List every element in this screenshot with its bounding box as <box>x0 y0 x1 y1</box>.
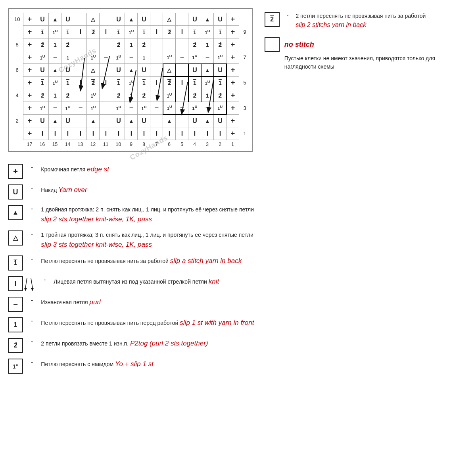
grid-cell: 1 <box>125 89 138 102</box>
grid-cell: △ <box>163 64 176 77</box>
p2tog-ru: 2 петли провязать вместе 1 изн.п. <box>41 340 130 347</box>
row-num-right <box>242 63 248 76</box>
grid-cell: I <box>100 26 112 38</box>
edge-ru: Кромочная петля <box>41 166 87 173</box>
legend-row-slip2k: ▲ - 1 двойная протяжка: 2 п. снять как л… <box>8 205 468 225</box>
yarno-en: Yarn over <box>58 186 87 194</box>
slip2k-dash: - <box>31 205 33 212</box>
p2tog-dash: - <box>31 338 33 345</box>
row-num-right <box>242 89 248 102</box>
grid-cell: 1 <box>49 38 61 51</box>
grid-cell <box>150 89 163 102</box>
grid-cell: 2̂ <box>214 89 226 102</box>
grid-cell: − <box>74 102 87 115</box>
grid-cell <box>150 13 163 26</box>
grid-cell: + <box>23 64 36 77</box>
grid-cell: I <box>74 127 87 140</box>
grid-row-7: + 1U − 1 1U − 1U − 1 1U − <box>23 51 239 64</box>
p2tog-text: 2 петли провязать вместе 1 изн.п. P2tog … <box>41 338 208 349</box>
grid-cell: + <box>226 115 239 127</box>
grid-cell: 2̂ <box>188 89 201 102</box>
col-num: 11 <box>99 142 112 147</box>
grid-cell: 1 <box>138 26 150 38</box>
slip2-en: slip 2 stitchs yarn in back <box>296 20 426 30</box>
slip3k-ru: 1 тройная протяжка; 3 п. снять как лиц.,… <box>41 232 253 238</box>
grid-cell: U <box>214 115 226 127</box>
grid-cell: + <box>226 38 239 51</box>
grid-cell: − <box>201 51 214 64</box>
grid-cell: − <box>176 51 188 64</box>
row-numbers-right: 9 7 5 3 1 <box>242 13 248 140</box>
grid-cell: 1 <box>201 38 214 51</box>
p2tog-symbol-char: 2̂ <box>13 342 17 349</box>
grid-cell: 2̂ <box>61 38 74 51</box>
grid-cell: 1 <box>49 89 61 102</box>
row-num-right: 7 <box>242 51 248 63</box>
grid-cell: 1U <box>87 89 100 102</box>
row-num <box>13 76 21 89</box>
grid-cell: 1 <box>61 77 74 89</box>
grid-cell: 1 <box>214 77 226 89</box>
slip2-dash: - <box>287 12 289 18</box>
grid-cell: 2̂ <box>112 89 125 102</box>
p2tog-symbol: 2̂ <box>8 338 23 353</box>
grid-cell: U <box>214 64 226 77</box>
row-num: 4 <box>13 89 21 102</box>
grid-cell: I <box>61 127 74 140</box>
slipyib-dash: - <box>31 255 33 263</box>
row-num: 8 <box>13 38 21 51</box>
slipyib-symbol-char: 1 <box>14 259 17 267</box>
slip1yif-symbol: 1 <box>8 317 23 332</box>
col-numbers: 17 16 15 14 13 12 11 10 9 8 7 6 5 4 3 2 <box>23 142 239 147</box>
grid-cell: 1U <box>36 102 49 115</box>
row-num-right <box>242 38 248 51</box>
no-stitch-desc: Пустые клетки не имеют значения, приводя… <box>284 54 468 71</box>
grid-cell: 2̂ <box>36 38 49 51</box>
no-stitch-legend: no stitch Пустые клетки не имеют значени… <box>265 37 468 71</box>
yo-slip-text: Петлю переснять с накидом Yo + slip 1 st <box>41 359 154 369</box>
top-section: CozyHands CozyHands 10 8 6 4 2 <box>8 8 468 152</box>
legend-row-slip1yif: 1 - Петлю переснять не провязывая нить п… <box>8 317 468 332</box>
legend-row-slipyib: 1 - Петлю переснять не провязывая нить з… <box>8 255 468 271</box>
legend-row-purl: − - Изнаночная петля purl <box>8 297 468 312</box>
grid-cell: 1 <box>188 77 201 89</box>
grid-cell: + <box>226 127 239 140</box>
grid-cell: △ <box>87 64 100 77</box>
slip2k-text: 1 двойная протяжка: 2 п. снять как лиц.,… <box>41 205 254 225</box>
slip1yif-symbol-char: 1 <box>14 321 17 328</box>
grid-cell: − <box>49 102 61 115</box>
grid-cell: I <box>100 127 112 140</box>
grid-cell: I <box>176 26 188 38</box>
grid-cell <box>74 38 87 51</box>
grid-cell <box>163 38 176 51</box>
grid-cell: + <box>226 51 239 64</box>
grid-cell: 1U <box>125 26 138 38</box>
grid-cell: U <box>112 64 125 77</box>
grid-cell: I <box>176 127 188 140</box>
grid-cell: + <box>226 77 239 89</box>
grid-cell: ▲ <box>201 64 214 77</box>
grid-cell: 1U <box>214 102 226 115</box>
slip1yif-en: slip 1 st with yarn in front <box>180 319 254 326</box>
grid-cell <box>74 115 87 127</box>
grid-cell: 2̄ <box>87 26 100 38</box>
grid-cell: ▲ <box>163 115 176 127</box>
grid-cell: 2̂ <box>188 38 201 51</box>
grid-cell: + <box>226 89 239 102</box>
legend-panel: 2 - 2 петли переснять не провязывая нить… <box>265 8 468 152</box>
grid-cell: U <box>112 13 125 26</box>
grid-cell: 2̂ <box>214 38 226 51</box>
edge-dash: - <box>31 164 33 171</box>
grid-cell: U <box>61 64 74 77</box>
grid-cell: U <box>214 13 226 26</box>
grid-cell: I <box>74 26 87 38</box>
legend-row-knit: I - Лицевая петля вытянутая из под указа… <box>8 276 468 291</box>
grid-cell: I <box>138 127 150 140</box>
yo-slip-ru: Петлю переснять с накидом <box>41 361 115 367</box>
slip2-text: 2 петли переснять не провязывая нить за … <box>296 12 426 30</box>
grid-row-4: + 2̂ 1 2̂ 1U 2̂ 1 2̂ 1U <box>23 89 239 102</box>
edge-symbol: + <box>8 164 23 179</box>
grid-cell: 1U <box>112 51 125 64</box>
row-num: 6 <box>13 63 21 76</box>
slip2-ru: 2 петли переснять не провязывая нить за … <box>296 12 426 20</box>
